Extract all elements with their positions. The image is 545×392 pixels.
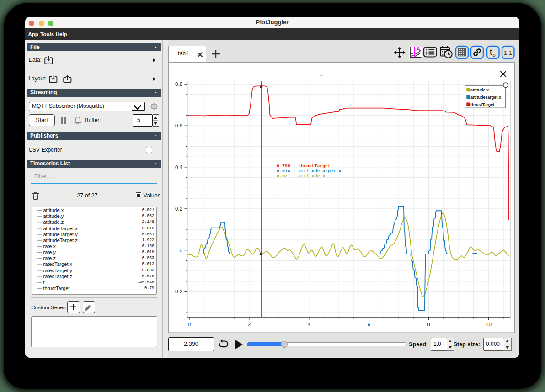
svg-text:-0.018 : attitudeTarget.x: -0.018 : attitudeTarget.x <box>274 169 341 174</box>
svg-text:o: o <box>493 52 496 58</box>
svg-text:t: t <box>490 48 492 57</box>
svg-text:thrustTarget: thrustTarget <box>470 102 494 107</box>
svg-text:attitudeTarget.x: attitudeTarget.x <box>470 95 501 99</box>
svg-text:6: 6 <box>367 322 370 327</box>
svg-text:2: 2 <box>247 322 250 327</box>
svg-text:0.8: 0.8 <box>175 81 182 86</box>
svg-text:0.4: 0.4 <box>175 164 183 170</box>
svg-text:8: 8 <box>427 322 430 327</box>
svg-text:attitude.x: attitude.x <box>470 87 489 92</box>
svg-text:0.2: 0.2 <box>175 206 182 211</box>
svg-text:1:1: 1:1 <box>504 49 513 56</box>
svg-text:-0.2: -0.2 <box>173 289 182 294</box>
svg-text:10: 10 <box>486 322 492 327</box>
svg-text:4: 4 <box>307 322 310 327</box>
svg-text:0.790 : thrustTarget: 0.790 : thrustTarget <box>274 164 330 169</box>
svg-text:0: 0 <box>179 247 182 253</box>
svg-text:0.6: 0.6 <box>175 122 182 128</box>
svg-text:A: A <box>416 46 421 53</box>
svg-text:...: ... <box>319 71 324 78</box>
svg-text:0: 0 <box>187 322 190 327</box>
svg-text:-0.021 : attitude.x: -0.021 : attitude.x <box>274 174 325 179</box>
